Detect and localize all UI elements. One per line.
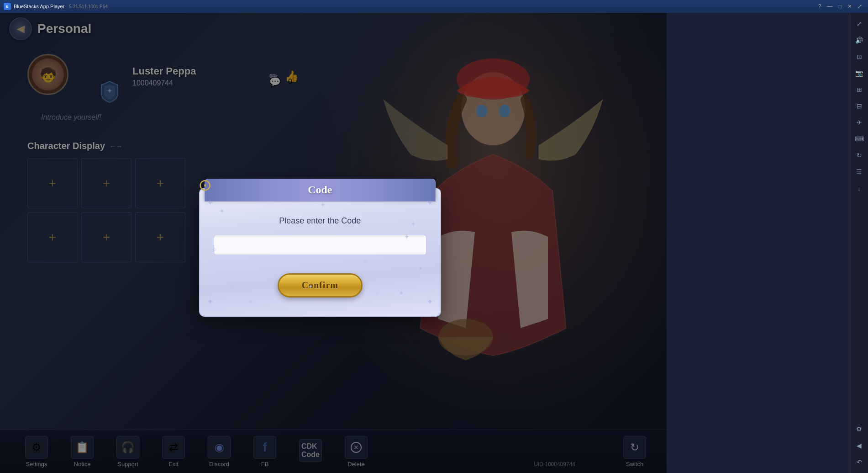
star-corner-tr: ✦: [426, 198, 433, 208]
minimize-button[interactable]: —: [825, 2, 834, 11]
star-corner-tl: ✦: [207, 198, 214, 208]
sidebar-tool-shake[interactable]: ↻: [852, 148, 867, 163]
bluestacks-logo: B: [4, 3, 11, 10]
sidebar-tool-record[interactable]: ⊞: [852, 82, 867, 97]
close-button[interactable]: ✕: [845, 2, 854, 11]
star-corner-bl: ✦: [207, 297, 214, 307]
sidebar-tool-resize[interactable]: ⤢: [852, 16, 867, 31]
confirm-button[interactable]: Confirm: [278, 273, 363, 298]
right-sidebar: ⤢ 🔊 ⊡ 📷 ⊞ ⊟ ✈ ⌨ ↻ ☰ ↓ ⚙ ◀ ↶: [850, 13, 868, 473]
game-area: ◀ Personal 🧒 ✦ Luster Peppa 1000409744 ✏…: [0, 13, 667, 473]
sidebar-tool-screenshot[interactable]: 📷: [852, 66, 867, 80]
sidebar-tool-eco[interactable]: ↓: [852, 181, 867, 196]
modal-header-icon: ⊙: [198, 175, 212, 195]
sidebar-tool-rotate[interactable]: ⊡: [852, 49, 867, 64]
sidebar-tool-gamepad[interactable]: ✈: [852, 115, 867, 130]
modal-title: Code: [308, 184, 332, 196]
sidebar-tool-macro[interactable]: ⊟: [852, 99, 867, 113]
maximize-button[interactable]: □: [835, 2, 844, 11]
title-bar-controls: ? — □ ✕ ⤢: [815, 2, 864, 11]
modal-header: ⊙ Code: [205, 179, 436, 202]
app-name: BlueStacks App Player: [14, 4, 64, 9]
modal-prompt: Please enter the Code: [214, 216, 426, 226]
sidebar-tool-keyboard[interactable]: ⌨: [852, 132, 867, 146]
star-corner-br: ✦: [426, 297, 433, 307]
title-bar-left: B BlueStacks App Player 5.21.511.1001 P6…: [4, 3, 108, 10]
sidebar-tool-notifications[interactable]: ☰: [852, 165, 867, 179]
sidebar-left-arrow[interactable]: ◀: [852, 438, 867, 453]
expand-button[interactable]: ⤢: [855, 2, 864, 11]
code-modal: ⊙ Code ✦ ✦ ✧ ✦ ✧ ✦ ✧ ✦ ✧ ✦ ✦ ✧ ✦ ✦ ✦ ✦ P…: [199, 188, 441, 317]
help-button[interactable]: ?: [815, 2, 824, 11]
sidebar-back-icon[interactable]: ↶: [852, 455, 867, 469]
app-version: 5.21.511.1001 P64: [69, 4, 108, 9]
code-input[interactable]: [214, 235, 426, 255]
sidebar-tool-volume[interactable]: 🔊: [852, 33, 867, 48]
title-bar: B BlueStacks App Player 5.21.511.1001 P6…: [0, 0, 868, 13]
confirm-button-wrapper: Confirm: [214, 273, 426, 298]
sidebar-settings-icon[interactable]: ⚙: [852, 422, 867, 436]
